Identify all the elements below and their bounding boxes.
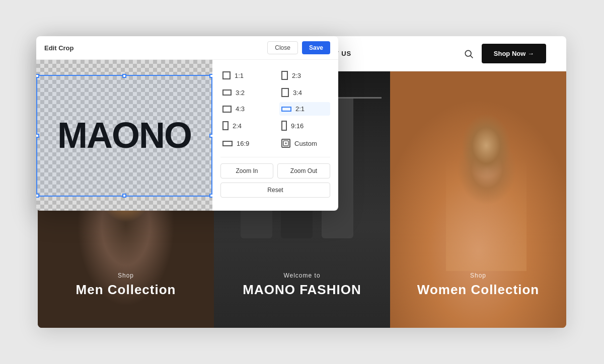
ratio-2-4[interactable]: 2:4 [220, 118, 271, 134]
ratio-9-16[interactable]: 9:16 [279, 118, 330, 134]
ratio-2-1-label: 2:1 [295, 105, 305, 113]
crop-handle-mr[interactable] [209, 134, 212, 138]
crop-handle-tr[interactable] [209, 74, 212, 78]
ratio-16-9-label: 16:9 [237, 140, 249, 147]
ratio-1-1-label: 1:1 [235, 72, 244, 79]
hero-text-center: Welcome to MAONO FASHION [214, 272, 390, 298]
ratio-3-2-label: 3:2 [236, 89, 245, 97]
svg-point-0 [465, 50, 471, 56]
ratio-4-3[interactable]: 4:3 [220, 102, 271, 116]
hero-text-men: Shop Men Collection [38, 272, 214, 298]
ratio-4-3-icon [222, 106, 232, 113]
ratio-2-3[interactable]: 2:3 [279, 68, 330, 83]
ratio-3-2-icon [222, 89, 232, 96]
crop-selection[interactable] [36, 75, 212, 197]
zoom-out-button[interactable]: Zoom Out [277, 163, 330, 178]
ratio-9-16-icon [281, 121, 287, 131]
crop-handle-br[interactable] [209, 194, 212, 198]
custom-icon [281, 139, 290, 148]
ratio-1-1-icon [222, 71, 231, 79]
women-sub-label: Shop [390, 272, 566, 279]
crop-canvas[interactable]: MAONO [36, 60, 212, 211]
dialog-title: Edit Crop [44, 44, 74, 52]
men-sub-label: Shop [38, 272, 214, 279]
crop-handle-ml[interactable] [36, 134, 39, 138]
zoom-in-button[interactable]: Zoom In [220, 163, 273, 178]
shop-now-button[interactable]: Shop Now → [482, 44, 546, 63]
close-button[interactable]: Close [267, 41, 298, 54]
dialog-header-buttons: Close Save [267, 41, 330, 54]
ratio-3-4[interactable]: 3:4 [279, 85, 330, 100]
men-main-label: Men Collection [38, 282, 214, 298]
website-nav-right: Shop Now → [464, 44, 546, 63]
hero-col-women[interactable]: Shop Women Collection [390, 71, 566, 328]
ratio-2-1-icon [281, 107, 291, 112]
edit-crop-dialog: Edit Crop Close Save MAONO [36, 36, 338, 211]
dialog-header: Edit Crop Close Save [36, 36, 338, 60]
ratio-custom[interactable]: Custom [279, 136, 330, 151]
crop-handle-tm[interactable] [122, 74, 126, 78]
crop-handle-bl[interactable] [36, 194, 39, 198]
ratio-9-16-label: 9:16 [291, 122, 304, 130]
ratio-3-2[interactable]: 3:2 [220, 85, 271, 100]
divider-1 [220, 157, 330, 157]
outer-container: MAONO ABOUT BLOG CONTACT US Shop Now → [0, 0, 604, 364]
search-icon[interactable] [464, 49, 474, 59]
ratio-2-3-label: 2:3 [292, 72, 301, 79]
ratio-1-1[interactable]: 1:1 [220, 68, 271, 83]
hero-text-women: Shop Women Collection [390, 272, 566, 298]
svg-line-1 [471, 55, 473, 58]
ratio-3-4-icon [281, 88, 289, 97]
ratio-4-3-label: 4:3 [236, 105, 245, 113]
women-main-label: Women Collection [390, 282, 566, 298]
ratio-grid: 1:1 2:3 3:2 [220, 68, 330, 151]
ratio-16-9[interactable]: 16:9 [220, 136, 271, 151]
center-sub-label: Welcome to [214, 272, 390, 279]
center-main-label: MAONO FASHION [214, 282, 390, 298]
ratio-2-1[interactable]: 2:1 [279, 102, 330, 116]
ratio-2-4-label: 2:4 [233, 122, 242, 130]
ratio-16-9-icon [222, 141, 233, 146]
ratio-2-3-icon [281, 71, 288, 80]
crop-handle-tl[interactable] [36, 74, 39, 78]
ratio-custom-label: Custom [294, 140, 317, 147]
zoom-buttons: Zoom In Zoom Out [220, 163, 330, 178]
save-button[interactable]: Save [302, 41, 330, 54]
ratio-2-4-icon [222, 121, 229, 130]
women-silhouette [446, 110, 526, 271]
ratio-3-4-label: 3:4 [293, 89, 302, 97]
crop-handle-bm[interactable] [122, 194, 126, 198]
crop-controls: 1:1 2:3 3:2 [212, 60, 338, 211]
reset-button[interactable]: Reset [220, 183, 330, 198]
dialog-body: MAONO [36, 60, 338, 211]
